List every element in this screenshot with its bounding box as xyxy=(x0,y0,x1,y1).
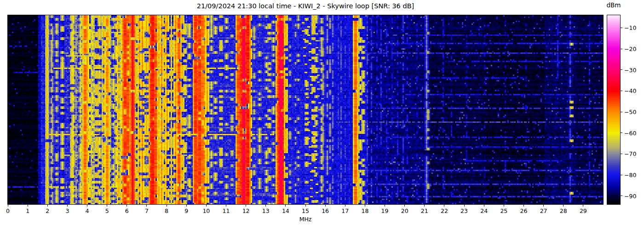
colorbar-tick xyxy=(620,112,622,112)
x-axis-tick xyxy=(8,205,8,207)
x-axis-tick-label: 26 xyxy=(520,207,528,214)
x-axis-tick xyxy=(523,205,524,207)
x-axis-tick xyxy=(385,205,385,207)
colorbar-tick-label: −10 xyxy=(624,24,636,31)
x-axis-tick-label: 27 xyxy=(540,207,547,214)
x-axis-tick xyxy=(28,205,28,207)
x-axis-tick xyxy=(424,205,425,207)
x-axis-tick-label: 2 xyxy=(46,207,49,214)
x-axis-tick xyxy=(246,205,246,207)
waterfall-heatmap xyxy=(8,15,603,204)
figure-title: 21/09/2024 21:30 local time - KIWI_2 - S… xyxy=(8,2,603,10)
x-axis-tick-label: 21 xyxy=(421,207,428,214)
x-axis-tick-label: 24 xyxy=(480,207,488,214)
x-axis-tick-label: 8 xyxy=(165,207,168,214)
x-axis-tick-label: 22 xyxy=(441,207,448,214)
x-axis-tick xyxy=(563,205,564,207)
x-axis-tick-label: 1 xyxy=(26,207,29,214)
x-axis-tick-label: 9 xyxy=(184,207,188,214)
x-axis-tick xyxy=(265,205,266,207)
x-axis-tick xyxy=(226,205,226,207)
colorbar-tick-label: −40 xyxy=(624,87,636,94)
x-axis-tick-label: 14 xyxy=(282,207,289,214)
x-axis-tick xyxy=(543,205,544,207)
colorbar-unit-label: dBm xyxy=(604,1,624,9)
x-axis-tick-label: 13 xyxy=(262,207,270,214)
x-axis-tick xyxy=(67,205,68,207)
colorbar-tick-label: −30 xyxy=(624,66,636,73)
x-axis-tick xyxy=(484,205,484,207)
x-axis-tick xyxy=(285,205,286,207)
x-axis-tick-label: 12 xyxy=(242,207,250,214)
colorbar-tick-label: −50 xyxy=(624,109,636,115)
x-axis-tick xyxy=(167,205,167,207)
colorbar-tick-label: −60 xyxy=(624,129,636,136)
x-axis-tick-label: 15 xyxy=(302,207,309,214)
x-axis-tick-label: 10 xyxy=(202,207,210,214)
x-axis-tick-label: 4 xyxy=(86,207,89,214)
x-axis-tick xyxy=(504,205,504,207)
colorbar-tick-label: −80 xyxy=(624,172,636,178)
x-axis-tick-label: 19 xyxy=(381,207,389,214)
x-axis-tick xyxy=(583,205,583,207)
x-axis-tick xyxy=(444,205,444,207)
x-axis-tick xyxy=(87,205,87,207)
x-axis-tick-label: 11 xyxy=(223,207,230,214)
colorbar-tick-label: −90 xyxy=(624,192,636,199)
colorbar-tick xyxy=(620,28,622,28)
colorbar-tick-label: −20 xyxy=(624,46,636,52)
x-axis-tick xyxy=(345,205,345,207)
colorbar-tick xyxy=(620,69,622,70)
x-axis-tick-label: 5 xyxy=(105,207,109,214)
colorbar-tick xyxy=(620,49,622,49)
x-axis-tick-label: 7 xyxy=(145,207,149,214)
x-axis-tick-label: 20 xyxy=(401,207,408,214)
x-axis-tick-label: 16 xyxy=(322,207,329,214)
x-axis-tick-label: 28 xyxy=(560,207,567,214)
x-axis-tick-label: 18 xyxy=(361,207,368,214)
x-axis-tick-label: 17 xyxy=(341,207,349,214)
x-axis-tick xyxy=(404,205,405,207)
x-axis-tick-label: 23 xyxy=(460,207,468,214)
colorbar-tick xyxy=(620,132,622,133)
x-axis-tick-label: 29 xyxy=(580,207,587,214)
x-axis-tick-label: 0 xyxy=(6,207,10,214)
x-axis-tick xyxy=(206,205,207,207)
colorbar-tick-label: −70 xyxy=(624,150,636,157)
x-axis-tick xyxy=(305,205,306,207)
x-axis-tick-label: 6 xyxy=(125,207,129,214)
colorbar-gradient xyxy=(607,15,620,204)
x-axis-tick xyxy=(126,205,127,207)
colorbar-tick xyxy=(620,175,622,175)
colorbar-tick xyxy=(620,91,622,91)
x-axis-tick xyxy=(146,205,147,207)
x-axis-tick-label: 25 xyxy=(500,207,507,214)
x-axis-tick xyxy=(186,205,187,207)
x-axis-tick xyxy=(464,205,465,207)
colorbar-tick xyxy=(620,196,622,196)
kiwisdr-waterfall-figure: 21/09/2024 21:30 local time - KIWI_2 - S… xyxy=(0,0,644,230)
x-axis-tick xyxy=(325,205,326,207)
x-axis-label: MHz xyxy=(8,216,603,223)
x-axis-tick xyxy=(365,205,365,207)
x-axis-tick xyxy=(107,205,107,207)
colorbar-tick xyxy=(620,154,622,154)
x-axis-tick-label: 3 xyxy=(65,207,69,214)
x-axis-tick xyxy=(47,205,48,207)
